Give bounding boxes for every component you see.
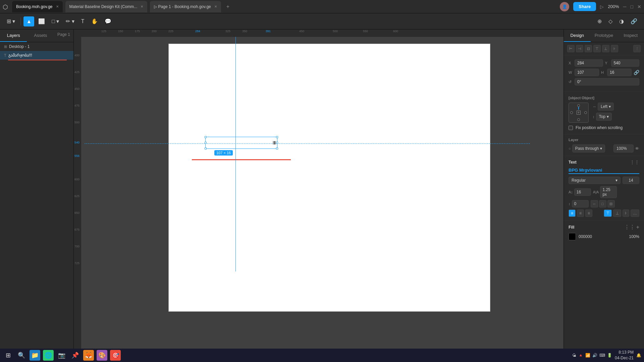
font-name-display[interactable]: BPG Mrgvlovani	[569, 168, 639, 174]
text-align-center[interactable]: ≡	[577, 209, 584, 217]
lock-ratio-icon[interactable]: 🔗	[634, 70, 639, 75]
component-tool-button[interactable]: ⊕	[595, 16, 604, 26]
fix-position-checkbox-row[interactable]: Fix position when scrolling	[569, 125, 639, 130]
resize-auto-w[interactable]: ↔	[591, 200, 598, 207]
page-selector[interactable]: Page 1	[54, 29, 73, 42]
search-taskbar-button[interactable]: 🔍	[16, 350, 27, 361]
text-align-right[interactable]: ≡	[585, 209, 592, 217]
align-center-v-btn[interactable]: ⊥	[602, 45, 609, 52]
y-value[interactable]: 540	[611, 59, 640, 67]
text-tool-button[interactable]: T	[78, 16, 87, 26]
prototype-tab[interactable]: Prototype	[591, 29, 618, 42]
distribute-btn[interactable]: ⋮	[633, 45, 641, 52]
h-constraint-dropdown[interactable]: Left ▾	[598, 103, 614, 111]
blend-mode-dropdown[interactable]: Pass through ▾	[572, 144, 605, 153]
font-size-input[interactable]: 14	[623, 177, 639, 184]
avatar[interactable]: 👤	[560, 2, 569, 11]
explorer-button[interactable]: 📁	[30, 350, 40, 361]
design-button[interactable]: 🎨	[97, 350, 107, 361]
handle-tl[interactable]	[205, 136, 207, 138]
fill-more-button[interactable]: ⋮⋮	[624, 224, 635, 230]
comment-tool-button[interactable]: 💬	[102, 16, 114, 26]
align-bottom-btn[interactable]: ⊦	[611, 45, 618, 52]
layer-desktop-1[interactable]: ⊞ Desktop - 1	[0, 42, 73, 51]
fix-position-checkbox[interactable]	[569, 126, 573, 130]
v-constraint-dropdown[interactable]: Top ▾	[596, 113, 612, 121]
h-value[interactable]: 16	[607, 69, 632, 76]
text-align-top[interactable]: ⊤	[604, 209, 612, 217]
letter-spacing-value[interactable]: 1.25 px	[600, 186, 617, 198]
paragraph-value[interactable]: 0	[572, 200, 589, 207]
shape-tool-button[interactable]: □ ▾	[49, 16, 62, 26]
canvas-area[interactable]: 107 × 16	[81, 37, 564, 355]
plugin-tool-button[interactable]: ◇	[606, 16, 615, 26]
visibility-toggle[interactable]: 👁	[635, 146, 639, 151]
resize-fixed[interactable]: □	[599, 200, 606, 207]
resize-auto-h[interactable]: ⊟	[607, 200, 615, 207]
selected-text-element[interactable]	[205, 137, 277, 149]
figma-button[interactable]: 🎯	[110, 350, 121, 361]
link-tool-button[interactable]: 🔗	[628, 16, 640, 26]
letter-spacing-icon: A|A	[593, 190, 599, 194]
move-tool-button[interactable]: ▲	[23, 16, 34, 26]
browser-button[interactable]: 🌐	[43, 350, 54, 361]
w-value[interactable]: 107	[575, 69, 599, 76]
handle-br[interactable]	[276, 147, 278, 149]
text-more-align[interactable]: …	[631, 209, 639, 217]
ruler-h-284: 284	[195, 29, 200, 33]
tab-close-2[interactable]: ✕	[141, 5, 143, 8]
tab-page1[interactable]: ▷ Page 1 - Booking.moh.gov.ge ✕	[150, 1, 221, 12]
handle-ml[interactable]	[205, 142, 207, 144]
text-align-mid[interactable]: ⊥	[613, 209, 621, 217]
line-height-value[interactable]: 16	[574, 188, 591, 196]
fill-actions: ⋮⋮ +	[624, 224, 639, 230]
text-more-button[interactable]: ⋮⋮	[630, 160, 639, 165]
fill-add-button[interactable]: +	[636, 224, 639, 230]
paragraph-icon: ↕	[569, 202, 571, 206]
tab-booking[interactable]: Booking.moh.gov.ge ✕	[12, 1, 63, 12]
fill-hex-value[interactable]: 000000	[579, 234, 623, 239]
fix-position-row: Fix position when scrolling	[569, 125, 639, 130]
assets-tab[interactable]: Assets	[27, 29, 54, 42]
align-left-btn[interactable]: ⊢	[567, 45, 575, 52]
opacity-input[interactable]: 100%	[613, 144, 634, 153]
handle-bl[interactable]	[205, 147, 207, 149]
share-button[interactable]: Share	[573, 2, 596, 11]
play-button[interactable]: ▷	[600, 4, 604, 9]
design-tab[interactable]: Design	[564, 29, 591, 42]
text-align-bottom[interactable]: ⊦	[623, 209, 629, 217]
pen-tool-button[interactable]: ✏ ▾	[63, 16, 77, 26]
hand-tool-button[interactable]: ✋	[89, 16, 101, 26]
minimize-button[interactable]: ─	[623, 4, 627, 9]
fill-color-swatch[interactable]	[569, 233, 576, 240]
menu-tool-button[interactable]: ⊞ ▾	[4, 16, 18, 26]
inspect-tab[interactable]: Inspect	[617, 29, 644, 42]
x-value[interactable]: 284	[575, 59, 603, 67]
theme-tool-button[interactable]: ◑	[616, 16, 627, 26]
align-right-btn[interactable]: ⊡	[585, 45, 592, 52]
notification-icon[interactable]: 🔔	[636, 353, 641, 358]
layer-text-item[interactable]: T გამარჯობა!!!	[0, 51, 73, 60]
align-top-btn[interactable]: ⊤	[593, 45, 601, 52]
pin-button[interactable]: 📌	[70, 350, 80, 361]
tab-close-1[interactable]: ✕	[56, 5, 59, 8]
firefox-button[interactable]: 🦊	[83, 350, 94, 361]
align-center-h-btn[interactable]: ⊣	[576, 45, 583, 52]
frame-tool-button[interactable]: ⬜	[36, 16, 48, 26]
rotation-row: ↺ 0°	[569, 78, 639, 85]
text-align-left[interactable]: ≡	[569, 209, 576, 217]
close-button[interactable]: ✕	[637, 4, 641, 9]
add-tab-button[interactable]: +	[224, 4, 232, 10]
tab-close-3[interactable]: ✕	[214, 5, 217, 8]
fill-opacity-value[interactable]: 100%	[626, 234, 639, 239]
camera-button[interactable]: 📷	[56, 350, 67, 361]
start-button[interactable]: ⊞	[3, 350, 13, 361]
tab-material[interactable]: Material Baseline Design Kit (Comm... ✕	[65, 1, 148, 12]
handle-mr[interactable]	[276, 142, 278, 144]
layers-tab[interactable]: Layers	[0, 29, 27, 42]
rotation-value[interactable]: 0°	[575, 78, 639, 85]
canvas[interactable]: 125 150 175 200 225 284 325 350 391 450 …	[74, 29, 564, 362]
handle-tr[interactable]	[276, 136, 278, 138]
font-style-dropdown[interactable]: Regular ▾	[569, 177, 621, 184]
maximize-button[interactable]: □	[631, 4, 633, 9]
